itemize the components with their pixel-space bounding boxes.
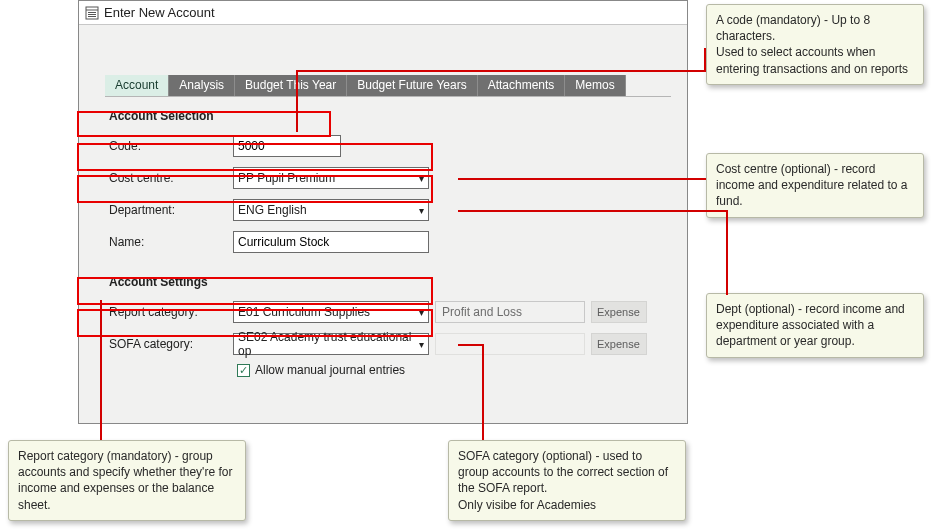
report-category-value: E01 Curriculum Supplies — [238, 305, 370, 319]
chevron-down-icon: ▾ — [419, 307, 424, 318]
check-icon: ✓ — [239, 365, 248, 376]
titlebar: Enter New Account — [79, 1, 687, 25]
callout-code: A code (mandatory) - Up to 8 characters.… — [706, 4, 924, 85]
report-category-select[interactable]: E01 Curriculum Supplies ▾ — [233, 301, 429, 323]
cost-centre-select[interactable]: PP Pupil Premium ▾ — [233, 167, 429, 189]
report-category-label: Report category: — [105, 305, 233, 319]
callout-cost-centre: Cost centre (optional) - record income a… — [706, 153, 924, 218]
report-side-tag: Expense — [591, 301, 647, 323]
sofa-side-tag: Expense — [591, 333, 647, 355]
cost-centre-value: PP Pupil Premium — [238, 171, 335, 185]
sofa-type-readonly — [435, 333, 585, 355]
name-label: Name: — [105, 235, 233, 249]
tab-memos[interactable]: Memos — [565, 75, 625, 96]
tab-account[interactable]: Account — [105, 75, 169, 96]
callout-department: Dept (optional) - record income and expe… — [706, 293, 924, 358]
chevron-down-icon: ▾ — [419, 339, 424, 350]
chevron-down-icon: ▾ — [419, 173, 424, 184]
enter-new-account-dialog: Enter New Account Account Analysis Budge… — [78, 0, 688, 424]
cost-centre-label: Cost centre: — [105, 171, 233, 185]
name-input[interactable] — [233, 231, 429, 253]
tab-budget-this-year[interactable]: Budget This Year — [235, 75, 347, 96]
chevron-down-icon: ▾ — [419, 205, 424, 216]
form-icon — [85, 6, 99, 20]
code-label: Code: — [105, 139, 233, 153]
report-type-readonly: Profit and Loss — [435, 301, 585, 323]
tab-attachments[interactable]: Attachments — [478, 75, 566, 96]
code-input[interactable] — [233, 135, 341, 157]
department-value: ENG English — [238, 203, 307, 217]
account-settings-heading: Account Settings — [109, 275, 671, 289]
account-tabs: Account Analysis Budget This Year Budget… — [105, 75, 671, 97]
window-title: Enter New Account — [104, 5, 215, 20]
tab-analysis[interactable]: Analysis — [169, 75, 235, 96]
sofa-category-select[interactable]: SE02 Academy trust educational op ▾ — [233, 333, 429, 355]
account-selection-heading: Account Selection — [109, 109, 671, 123]
allow-manual-checkbox[interactable]: ✓ — [237, 364, 250, 377]
department-select[interactable]: ENG English ▾ — [233, 199, 429, 221]
dialog-body: Account Analysis Budget This Year Budget… — [79, 25, 687, 423]
callout-sofa-category: SOFA category (optional) - used to group… — [448, 440, 686, 521]
callout-report-category: Report category (mandatory) - group acco… — [8, 440, 246, 521]
allow-manual-label: Allow manual journal entries — [255, 363, 405, 377]
sofa-category-value: SE02 Academy trust educational op — [238, 330, 415, 358]
tab-budget-future-years[interactable]: Budget Future Years — [347, 75, 477, 96]
leader — [726, 210, 728, 295]
sofa-category-label: SOFA category: — [105, 337, 233, 351]
allow-manual-row: ✓ Allow manual journal entries — [237, 363, 671, 377]
department-label: Department: — [105, 203, 233, 217]
